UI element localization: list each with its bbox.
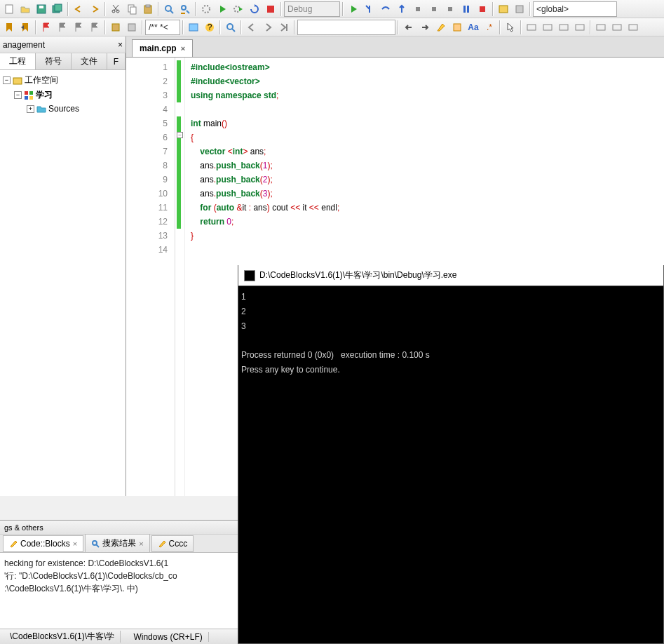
expand-icon[interactable]: − [14, 91, 22, 99]
line-numbers: 1234567891011121314 [126, 58, 175, 496]
rect7-button[interactable] [625, 20, 641, 35]
sidebar-tabs: 工程 符号 文件 F [0, 53, 126, 70]
sidebar-tab-symbols[interactable]: 符号 [36, 53, 72, 69]
build-run-button[interactable] [231, 1, 246, 17]
nav-back-button[interactable] [244, 20, 259, 35]
sidebar-close-button[interactable]: × [118, 40, 123, 50]
close-icon[interactable]: × [139, 539, 143, 548]
console-titlebar[interactable]: D:\CodeBlocksV1.6(1)\牛客\学习\bin\Debug\学习.… [238, 265, 663, 286]
svg-rect-26 [128, 24, 135, 31]
log-tab-cccc[interactable]: Cccc [151, 535, 194, 552]
svg-rect-36 [576, 25, 584, 30]
log-tab-label: Code::Blocks [20, 539, 70, 549]
workspace-icon [13, 76, 22, 86]
help-button[interactable]: ? [202, 20, 217, 35]
run-button[interactable] [215, 1, 230, 17]
svg-line-12 [170, 11, 173, 13]
log-tab-search[interactable]: 搜索结果 × [85, 534, 149, 553]
file-tab[interactable]: main.cpp × [132, 39, 193, 57]
rect6-button[interactable] [609, 20, 625, 35]
abort-button[interactable] [263, 1, 278, 17]
svg-rect-35 [560, 25, 568, 30]
log-tab-codeblocks[interactable]: Code::Blocks × [3, 535, 83, 552]
step1-button[interactable] [410, 1, 426, 17]
flag3-button[interactable] [71, 20, 86, 35]
open-file-button[interactable] [18, 1, 33, 17]
bookmark-prev-button[interactable] [18, 20, 33, 35]
debug-windows-button[interactable] [496, 1, 511, 17]
sidebar-tab-overflow[interactable]: F [107, 53, 126, 69]
case-button[interactable]: Aa [466, 20, 481, 35]
rect4-button[interactable] [572, 20, 588, 35]
flag2-button[interactable] [55, 20, 70, 35]
search-combo[interactable] [297, 20, 395, 35]
file-tab-close-button[interactable]: × [181, 44, 185, 53]
flag4-button[interactable] [87, 20, 102, 35]
clear-highlight-button[interactable] [449, 20, 465, 35]
rect5-button[interactable] [593, 20, 609, 35]
console-window[interactable]: D:\CodeBlocksV1.6(1)\牛客\学习\bin\Debug\学习.… [238, 265, 664, 644]
rect1-button[interactable] [524, 20, 539, 35]
svg-point-11 [165, 6, 171, 11]
build-button[interactable] [198, 1, 214, 17]
save-button[interactable] [34, 1, 49, 17]
paste-button[interactable] [140, 1, 156, 17]
copy-button[interactable] [124, 1, 140, 17]
flag1-button[interactable] [39, 20, 54, 35]
rect2-button[interactable] [540, 20, 555, 35]
step2-button[interactable] [426, 1, 442, 17]
build-target-combo[interactable]: Debug [284, 1, 340, 17]
svg-rect-24 [516, 6, 523, 13]
svg-rect-4 [55, 4, 62, 11]
search-tool-button[interactable] [223, 20, 238, 35]
step3-button[interactable] [442, 1, 458, 17]
comment-combo[interactable]: /** *< [145, 20, 180, 35]
find-button[interactable] [161, 1, 177, 17]
close-icon[interactable]: × [73, 539, 77, 548]
replace-button[interactable] [177, 1, 193, 17]
cut-button[interactable] [108, 1, 123, 17]
pause-button[interactable] [459, 1, 474, 17]
step-out-button[interactable] [394, 1, 409, 17]
info-button[interactable] [512, 1, 527, 17]
sidebar-title: anagement [3, 40, 45, 50]
svg-rect-20 [463, 6, 466, 13]
debug-run-button[interactable] [346, 1, 361, 17]
rebuild-button[interactable] [247, 1, 262, 17]
arrow-right-button[interactable] [417, 20, 433, 35]
sidebar-tab-files[interactable]: 文件 [72, 53, 107, 69]
svg-text:?: ? [208, 22, 212, 32]
misc2-button[interactable] [124, 20, 140, 35]
scope-combo[interactable]: <global> [533, 1, 617, 17]
cursor-button[interactable] [503, 20, 518, 35]
undo-button[interactable] [71, 1, 86, 17]
nav-fwd-button[interactable] [260, 20, 276, 35]
save-all-button[interactable] [50, 1, 65, 17]
tree-sources[interactable]: + Sources [3, 102, 123, 115]
stop-debug-button[interactable] [475, 1, 490, 17]
tree-workspace[interactable]: − 工作空间 [3, 73, 123, 88]
step-into-button[interactable] [362, 1, 377, 17]
arrow-left-button[interactable] [401, 20, 416, 35]
step-over-button[interactable] [378, 1, 393, 17]
tree-project[interactable]: − 学习 [3, 88, 123, 102]
img1-button[interactable] [186, 20, 201, 35]
svg-rect-22 [480, 6, 485, 12]
rect3-button[interactable] [556, 20, 571, 35]
redo-button[interactable] [87, 1, 102, 17]
bookmark-toggle-button[interactable] [1, 20, 17, 35]
project-icon [24, 90, 34, 100]
sidebar-tab-project[interactable]: 工程 [0, 53, 36, 69]
tree-sources-label: Sources [48, 104, 79, 114]
management-sidebar: anagement × 工程 符号 文件 F − 工作空间 − 学习 + Sou [0, 36, 126, 496]
fold-margin: − [175, 58, 185, 496]
nav-last-button[interactable] [276, 20, 292, 35]
new-file-button[interactable] [1, 1, 17, 17]
misc1-button[interactable] [108, 20, 123, 35]
svg-rect-18 [432, 7, 436, 11]
highlight-button[interactable] [433, 20, 449, 35]
regex-button[interactable]: .* [482, 20, 497, 35]
fold-toggle[interactable]: − [177, 132, 183, 138]
expand-icon[interactable]: + [27, 105, 34, 113]
expand-icon[interactable]: − [3, 76, 11, 84]
